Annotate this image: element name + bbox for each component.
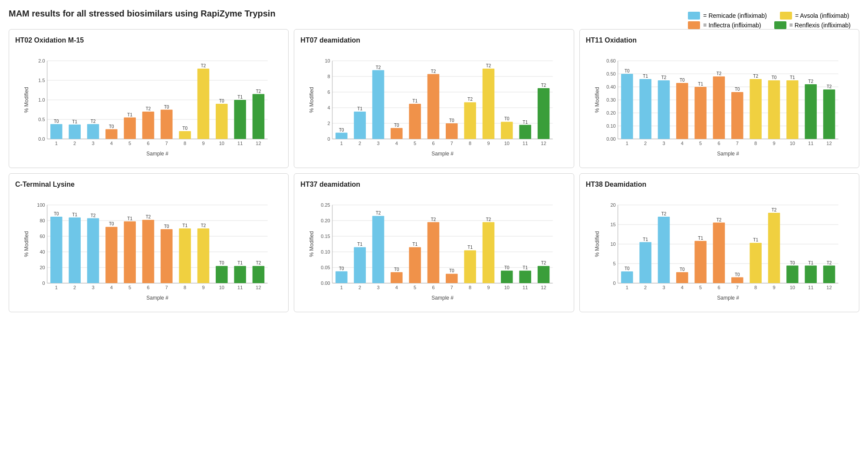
svg-rect-254 [519, 271, 532, 283]
svg-text:T2: T2 [716, 71, 721, 76]
svg-rect-187 [142, 220, 155, 283]
svg-rect-184 [124, 221, 136, 283]
svg-rect-120 [621, 74, 633, 139]
svg-text:1: 1 [625, 285, 628, 290]
svg-text:T2: T2 [661, 211, 666, 216]
svg-text:12: 12 [541, 141, 546, 146]
svg-text:40: 40 [39, 249, 45, 254]
svg-rect-38 [197, 69, 210, 139]
svg-text:8: 8 [754, 141, 757, 146]
svg-text:% Modified: % Modified [309, 87, 315, 112]
svg-text:0.00: 0.00 [606, 136, 615, 142]
svg-text:10: 10 [504, 285, 510, 290]
legend-item-avsola: = Avsola (infliximab) [780, 12, 849, 20]
svg-text:% Modified: % Modified [309, 231, 315, 257]
svg-text:12: 12 [826, 285, 832, 290]
svg-rect-283 [676, 272, 688, 283]
svg-text:T0: T0 [182, 126, 187, 131]
svg-rect-202 [234, 266, 246, 283]
chart-title-ctlysine: C-Terminal Lysine [15, 181, 280, 188]
svg-text:4: 4 [110, 141, 113, 146]
svg-text:80: 80 [39, 218, 45, 223]
svg-rect-150 [805, 84, 817, 139]
svg-rect-289 [713, 223, 725, 284]
svg-text:20: 20 [39, 265, 45, 270]
svg-text:T2: T2 [541, 261, 546, 265]
svg-text:3: 3 [377, 141, 380, 146]
svg-text:2: 2 [73, 285, 76, 290]
svg-text:% Modified: % Modified [23, 87, 30, 112]
svg-rect-190 [161, 229, 173, 283]
svg-rect-35 [179, 131, 191, 139]
svg-text:11: 11 [808, 285, 813, 290]
svg-text:20: 20 [610, 202, 615, 208]
svg-text:0.5: 0.5 [38, 117, 45, 122]
svg-text:T0: T0 [54, 211, 59, 216]
svg-text:T1: T1 [72, 212, 77, 217]
svg-text:2: 2 [73, 141, 76, 146]
svg-text:T2: T2 [486, 63, 491, 68]
svg-text:T1: T1 [358, 242, 363, 247]
svg-text:0.00: 0.00 [321, 281, 330, 286]
svg-rect-233 [391, 272, 403, 283]
chart-area-ctlysine: 020406080100% ModifiedSample #T01T12T23T… [15, 193, 280, 306]
chart-title-ht07: HT07 deamidation [300, 36, 566, 44]
svg-rect-205 [253, 266, 265, 283]
svg-text:11: 11 [523, 285, 528, 290]
svg-text:T2: T2 [146, 106, 151, 111]
svg-text:10: 10 [789, 285, 795, 290]
svg-text:5: 5 [699, 285, 702, 290]
svg-rect-236 [409, 247, 421, 283]
svg-text:T1: T1 [698, 236, 703, 241]
svg-text:T1: T1 [523, 120, 528, 125]
svg-rect-274 [621, 271, 633, 283]
svg-text:T2: T2 [201, 63, 206, 68]
svg-text:T0: T0 [504, 116, 510, 121]
svg-rect-277 [639, 242, 651, 284]
svg-text:0.0: 0.0 [38, 136, 45, 142]
svg-rect-196 [197, 228, 210, 283]
svg-text:7: 7 [450, 141, 453, 146]
svg-text:4: 4 [395, 285, 398, 290]
svg-text:T2: T2 [753, 74, 758, 79]
svg-text:10: 10 [325, 58, 330, 63]
svg-text:11: 11 [523, 141, 528, 146]
svg-rect-14 [50, 124, 62, 139]
svg-rect-99 [538, 88, 550, 139]
svg-text:2: 2 [328, 121, 330, 126]
svg-text:6: 6 [147, 285, 149, 290]
svg-text:0.50: 0.50 [606, 71, 615, 76]
svg-rect-132 [694, 87, 707, 139]
svg-text:1: 1 [55, 141, 58, 146]
svg-text:T2: T2 [431, 69, 436, 74]
svg-text:T2: T2 [771, 208, 776, 212]
svg-rect-26 [124, 118, 136, 139]
svg-rect-87 [464, 102, 477, 139]
svg-text:7: 7 [736, 141, 738, 146]
svg-text:3: 3 [377, 285, 380, 290]
svg-rect-44 [234, 100, 246, 139]
svg-text:T0: T0 [790, 261, 795, 265]
svg-text:T0: T0 [735, 87, 740, 92]
svg-text:T0: T0 [339, 266, 344, 271]
svg-rect-81 [427, 74, 440, 139]
svg-text:T0: T0 [625, 69, 630, 73]
svg-text:T0: T0 [54, 119, 59, 124]
svg-text:5: 5 [128, 285, 131, 290]
svg-text:15: 15 [610, 222, 615, 227]
legend-item-inflectra: = Inflectra (infliximab) [688, 21, 761, 29]
svg-text:1.0: 1.0 [38, 97, 45, 102]
svg-rect-72 [372, 70, 385, 139]
svg-text:T0: T0 [394, 123, 399, 128]
svg-rect-172 [50, 217, 62, 283]
svg-text:3: 3 [662, 285, 665, 290]
svg-rect-298 [768, 213, 780, 283]
svg-text:11: 11 [237, 141, 243, 146]
svg-text:9: 9 [202, 285, 204, 290]
chart-area-ht37: 0.000.050.100.150.200.25% ModifiedSample… [300, 193, 566, 306]
svg-text:0.25: 0.25 [321, 202, 330, 208]
svg-text:T2: T2 [91, 119, 96, 124]
svg-text:5: 5 [414, 141, 416, 146]
svg-text:Sample #: Sample # [146, 151, 168, 157]
svg-text:T0: T0 [735, 272, 740, 277]
